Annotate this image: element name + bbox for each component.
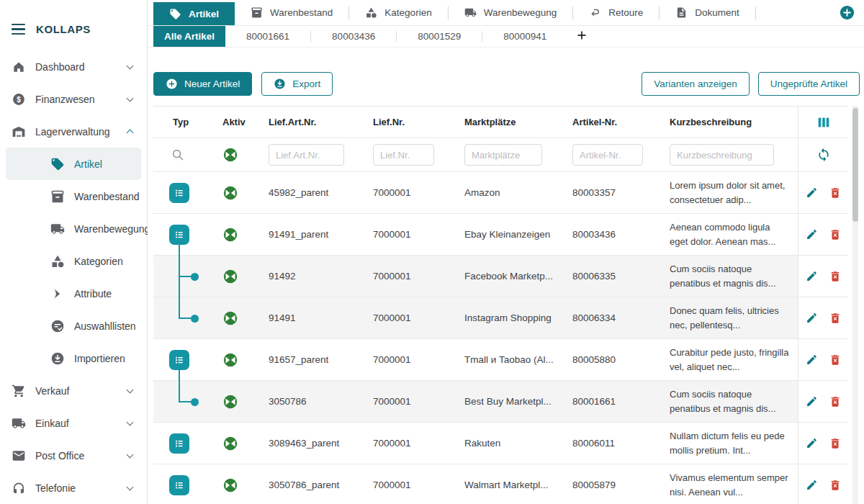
list-icon: [172, 228, 186, 242]
table-row[interactable]: 91657_parent 7000001 Tmall и Taobao (Al.…: [153, 339, 848, 381]
sidebar-item-label: Finanzwesen: [35, 94, 118, 105]
article-type-parent-icon[interactable]: [169, 433, 189, 454]
sidebar-item-kategorien[interactable]: Kategorien: [0, 245, 147, 277]
export-button[interactable]: Export: [261, 72, 333, 96]
sidebar-item-verkauf[interactable]: Verkauf: [0, 374, 147, 407]
delete-icon[interactable]: [829, 270, 842, 283]
cell-artikel-nr: 80001661: [572, 381, 670, 422]
tab-kategorien[interactable]: Kategorien: [349, 0, 447, 25]
edit-icon[interactable]: [806, 228, 818, 240]
chevron-down-icon: [127, 418, 134, 426]
sidebar-item-artikel[interactable]: Artikel: [6, 148, 141, 180]
table-row-child[interactable]: 91492 7000001 Facebook Marketp... 800063…: [153, 256, 848, 297]
add-article-tab-button[interactable]: [576, 30, 588, 44]
sidebar-item-importieren[interactable]: Importieren: [0, 342, 147, 374]
edit-icon[interactable]: [806, 354, 818, 366]
table-row-child[interactable]: 91491 7000001 Instagram Shopping 8000633…: [153, 297, 848, 339]
sidebar-item-auswahllisten[interactable]: Auswahllisten: [0, 310, 147, 342]
cell-marktplatz: Tmall и Taobao (Al...: [464, 354, 554, 365]
edit-icon[interactable]: [806, 270, 818, 282]
edit-icon[interactable]: [806, 395, 818, 408]
filter-input-artikel-nr[interactable]: [572, 144, 643, 166]
delete-icon[interactable]: [829, 354, 842, 366]
import-icon: [50, 351, 65, 366]
button-label: Export: [292, 78, 320, 89]
chevron-down-icon: [127, 386, 134, 393]
delete-icon[interactable]: [829, 186, 842, 199]
delete-icon[interactable]: [829, 437, 842, 450]
table-row-child[interactable]: 3050786 7000001 Best Buy Marketpl... 800…: [153, 381, 848, 423]
subtab-article[interactable]: 80003436: [311, 26, 396, 47]
search-icon[interactable]: [171, 148, 185, 162]
scrollbar-thumb[interactable]: [852, 108, 858, 222]
sidebar-item-einkauf[interactable]: Einkauf: [0, 407, 147, 439]
add-tab-button[interactable]: [840, 5, 855, 20]
sidebar-item-warenbewegung[interactable]: Warenbewegung: [0, 212, 147, 245]
tab-artikel[interactable]: Artikel: [153, 2, 235, 25]
show-variants-button[interactable]: Varianten anzeigen: [642, 72, 749, 96]
sidebar-item-attribute[interactable]: Attribute: [0, 277, 147, 310]
delete-icon[interactable]: [829, 395, 842, 408]
tab-dokument[interactable]: Dokument: [660, 0, 755, 25]
column-settings-icon[interactable]: [816, 114, 832, 130]
article-type-parent-icon[interactable]: [169, 475, 189, 495]
delete-icon[interactable]: [829, 479, 842, 492]
sidebar-item-warenbestand[interactable]: Warenbestand: [0, 180, 147, 212]
cell-artikel-nr: 80003357: [572, 172, 670, 213]
table-row[interactable]: 3050786_parent 7000001 Walmart Marketpl.…: [153, 464, 848, 504]
cell-lief-art-nr: 91657_parent: [269, 339, 373, 380]
purchase-truck-icon: [12, 416, 26, 431]
filter-input-marktplaetze[interactable]: [464, 144, 542, 166]
sidebar-item-label: Einkauf: [35, 418, 118, 429]
edit-icon[interactable]: [806, 312, 818, 324]
sidebar-item-label: Warenbewegung: [74, 223, 150, 235]
tab-warenbestand[interactable]: Warenbestand: [235, 0, 348, 25]
subtab-label: 80001661: [246, 31, 289, 42]
article-type-parent-icon[interactable]: [169, 225, 189, 245]
tab-retoure[interactable]: Retoure: [573, 0, 659, 25]
tree-node-dot: [191, 273, 199, 281]
sidebar-item-dashboard[interactable]: Dashboard: [0, 50, 147, 83]
subtab-article[interactable]: 80000941: [482, 26, 567, 47]
cell-kurzbeschreibung: Lorem ipsum dolor sit amet, consectetuer…: [670, 179, 798, 207]
selection-list-icon: [50, 319, 65, 333]
categories-icon: [50, 254, 65, 269]
sidebar: KOLLAPS Dashboard Finanzwesen Lagerverwa…: [0, 0, 148, 504]
article-type-parent-icon[interactable]: [169, 350, 189, 370]
edit-icon[interactable]: [806, 437, 818, 449]
menu-icon[interactable]: [12, 24, 25, 35]
sidebar-item-post-office[interactable]: Post Office: [0, 439, 147, 472]
subtab-article[interactable]: 80001661: [225, 26, 310, 47]
new-article-button[interactable]: Neuer Artikel: [153, 72, 252, 96]
column-header-kurzbeschreibung: Kurzbeschreibung: [670, 107, 798, 138]
sidebar-item-telefonie[interactable]: Telefonie: [0, 472, 147, 504]
scrollbar[interactable]: [852, 106, 858, 504]
plus-circle-icon: [166, 78, 178, 90]
edit-icon[interactable]: [806, 479, 818, 491]
subtab-alle-artikel[interactable]: Alle Artikel: [153, 26, 225, 47]
refresh-icon[interactable]: [816, 148, 831, 162]
delete-icon[interactable]: [829, 228, 842, 241]
cell-kurzbeschreibung: Vivamus elementum semper nisi. Aenean vu…: [670, 471, 798, 500]
active-filter-toggle[interactable]: [222, 147, 238, 163]
article-type-parent-icon[interactable]: [169, 183, 189, 203]
truck-icon: [464, 6, 477, 19]
filter-input-kurzbeschreibung[interactable]: [670, 144, 774, 166]
subtab-article[interactable]: 80001529: [397, 26, 482, 47]
cell-kurzbeschreibung: Cum sociis natoque penatibus et magnis d…: [670, 387, 798, 416]
tab-warenbewegung[interactable]: Warenbewegung: [449, 0, 573, 25]
table-row[interactable]: 45982_parent 7000001 Amazon 80003357 Lor…: [153, 172, 848, 214]
chevron-down-icon: [127, 483, 134, 490]
main-content: Artikel Warenbestand Kategorien Warenbew…: [148, 0, 864, 504]
finance-icon: [12, 92, 26, 107]
edit-icon[interactable]: [806, 186, 818, 199]
filter-input-lief-art-nr[interactable]: [269, 144, 344, 166]
truck-icon: [50, 222, 65, 236]
table-row[interactable]: 3089463_parent 7000001 Rakuten 80006011 …: [153, 423, 848, 464]
sidebar-item-finanzwesen[interactable]: Finanzwesen: [0, 83, 147, 115]
unchecked-articles-button[interactable]: Ungeprüfte Artikel: [758, 72, 860, 96]
table-row[interactable]: 91491_parent 7000001 Ebay Kleinanzeigen …: [153, 214, 848, 256]
sidebar-item-lagerverwaltung[interactable]: Lagerverwaltung: [0, 115, 147, 148]
delete-icon[interactable]: [829, 312, 842, 325]
filter-input-lief-nr[interactable]: [373, 144, 434, 166]
